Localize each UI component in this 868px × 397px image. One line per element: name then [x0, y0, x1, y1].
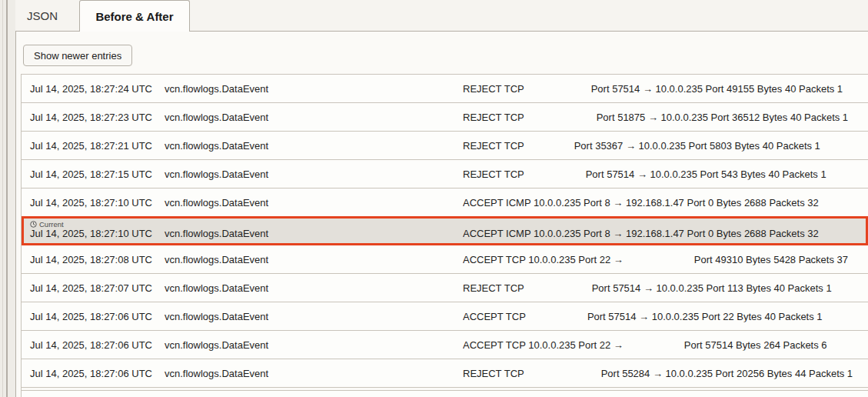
redacted-gap	[524, 118, 597, 118]
show-newer-entries-button[interactable]: Show newer entries	[23, 45, 132, 66]
table-row[interactable]: Current Jul 14, 2025, 18:27:21 UTC vcn.f…	[22, 132, 868, 160]
redacted-gap	[524, 289, 592, 289]
row-timestamp: Jul 14, 2025, 18:27:06 UTC	[30, 339, 152, 351]
row-event-type: vcn.flowlogs.DataEvent	[165, 140, 268, 152]
flow-text: REJECT TCP	[463, 282, 524, 294]
row-event-type: vcn.flowlogs.DataEvent	[165, 282, 268, 294]
table-row[interactable]: Current Jul 14, 2025, 18:27:10 UTC vcn.f…	[22, 188, 868, 217]
row-flow-details: ACCEPT TCPPort 57514 → 10.0.0.235 Port 2…	[463, 311, 868, 322]
row-timestamp: Jul 14, 2025, 18:27:06 UTC	[30, 368, 152, 379]
table-row[interactable]: Current Jul 14, 2025, 18:27:06 UTC vcn.f…	[22, 359, 868, 388]
row-flow-details: ACCEPT ICMP 10.0.0.235 Port 8 → 192.168.…	[463, 197, 868, 209]
flow-text: REJECT TCP	[463, 368, 524, 379]
row-timestamp: Jul 14, 2025, 18:27:06 UTC	[30, 311, 152, 322]
row-event-type: vcn.flowlogs.DataEvent	[165, 168, 268, 180]
redacted-gap	[524, 146, 574, 147]
row-flow-details: REJECT TCPPort 35367 → 10.0.0.235 Port 5…	[463, 140, 868, 152]
table-row[interactable]: Current Jul 14, 2025, 18:27:06 UTC vcn.f…	[22, 331, 868, 359]
flow-text: Port 35367 → 10.0.0.235 Port 5803 Bytes …	[574, 140, 820, 152]
row-event-type: vcn.flowlogs.DataEvent	[165, 83, 268, 95]
row-event-type: vcn.flowlogs.DataEvent	[165, 112, 268, 123]
redacted-gap	[624, 345, 684, 346]
redacted-gap	[524, 175, 586, 175]
flow-text: REJECT TCP	[463, 168, 524, 180]
clock-icon	[30, 221, 37, 228]
table-row[interactable]: Current Jul 14, 2025, 18:27:06 UTC vcn.f…	[22, 302, 868, 331]
tab-json[interactable]: JSON	[27, 9, 58, 22]
table-row-partial[interactable]	[22, 390, 868, 397]
row-event-type: vcn.flowlogs.DataEvent	[165, 197, 268, 209]
flow-text: Port 57514 Bytes 264 Packets 6	[684, 339, 827, 351]
flow-text: Port 57514 → 10.0.0.235 Port 49155 Bytes…	[591, 83, 843, 95]
flow-text: REJECT TCP	[463, 83, 524, 95]
table-row[interactable]: Current Jul 14, 2025, 18:27:07 UTC vcn.f…	[22, 274, 868, 302]
row-timestamp: Jul 14, 2025, 18:27:21 UTC	[30, 140, 152, 152]
flow-text: REJECT TCP	[463, 140, 524, 152]
flow-text: Port 49310 Bytes 5428 Packets 37	[694, 254, 848, 265]
row-flow-details: REJECT TCPPort 57514 → 10.0.0.235 Port 5…	[463, 168, 868, 180]
row-timestamp: Jul 14, 2025, 18:27:07 UTC	[30, 282, 152, 294]
flow-text: Port 55284 → 10.0.0.235 Port 20256 Bytes…	[601, 368, 853, 379]
table-row[interactable]: Current Jul 14, 2025, 18:27:10 UTC vcn.f…	[22, 216, 868, 245]
log-entries-table: Current Jul 14, 2025, 18:27:24 UTC vcn.f…	[21, 74, 868, 397]
flow-text: ACCEPT TCP 10.0.0.235 Port 22 →	[463, 339, 624, 351]
flow-text: ACCEPT ICMP 10.0.0.235 Port 8 → 192.168.…	[463, 197, 819, 209]
table-row[interactable]: Current Jul 14, 2025, 18:27:23 UTC vcn.f…	[22, 103, 868, 132]
flow-text: Port 51875 → 10.0.0.235 Port 36512 Bytes…	[597, 112, 848, 123]
table-row[interactable]: Current Jul 14, 2025, 18:27:24 UTC vcn.f…	[22, 75, 868, 103]
redacted-gap	[524, 89, 591, 90]
flow-text: Port 57514 → 10.0.0.235 Port 22 Bytes 40…	[587, 311, 823, 322]
row-flow-details: REJECT TCPPort 57514 → 10.0.0.235 Port 4…	[463, 83, 868, 95]
row-event-type: vcn.flowlogs.DataEvent	[165, 311, 268, 322]
row-flow-details: REJECT TCPPort 57514 → 10.0.0.235 Port 1…	[463, 282, 868, 294]
row-flow-details: ACCEPT TCP 10.0.0.235 Port 22 →Port 5751…	[463, 339, 868, 351]
flow-text: REJECT TCP	[463, 112, 524, 123]
flow-text: Port 57514 → 10.0.0.235 Port 113 Bytes 4…	[592, 282, 832, 294]
row-event-type: vcn.flowlogs.DataEvent	[165, 368, 268, 379]
flow-text: ACCEPT TCP 10.0.0.235 Port 22 →	[463, 254, 624, 265]
flow-text: ACCEPT TCP	[463, 311, 526, 322]
redacted-gap	[524, 374, 601, 375]
row-timestamp: Jul 14, 2025, 18:27:15 UTC	[30, 168, 152, 180]
flow-text: Port 57514 → 10.0.0.235 Port 543 Bytes 4…	[586, 168, 826, 180]
row-flow-details: ACCEPT TCP 10.0.0.235 Port 22 →Port 4931…	[463, 254, 868, 265]
row-event-type: vcn.flowlogs.DataEvent	[165, 228, 268, 239]
tab-panel: Show newer entries Current Jul 14, 2025,…	[16, 32, 868, 397]
row-flow-details: REJECT TCPPort 51875 → 10.0.0.235 Port 3…	[463, 112, 868, 123]
panel-divider-line	[6, 0, 8, 397]
row-flow-details: REJECT TCPPort 55284 → 10.0.0.235 Port 2…	[463, 368, 868, 379]
flow-text: ACCEPT ICMP 10.0.0.235 Port 8 → 192.168.…	[463, 228, 819, 239]
row-timestamp: Jul 14, 2025, 18:27:24 UTC	[30, 83, 152, 95]
left-edge-line	[2, 0, 3, 397]
row-event-type: vcn.flowlogs.DataEvent	[165, 339, 268, 351]
tab-before-after[interactable]: Before & After	[79, 0, 190, 32]
table-row[interactable]: Current Jul 14, 2025, 18:27:08 UTC vcn.f…	[22, 245, 868, 274]
row-flow-details: ACCEPT ICMP 10.0.0.235 Port 8 → 192.168.…	[463, 228, 866, 239]
row-timestamp: Jul 14, 2025, 18:27:08 UTC	[30, 254, 152, 265]
row-event-type: vcn.flowlogs.DataEvent	[165, 254, 268, 265]
tab-before-after-label: Before & After	[95, 10, 173, 23]
row-timestamp: Jul 14, 2025, 18:27:10 UTC	[30, 197, 152, 209]
redacted-gap	[624, 260, 694, 261]
redacted-gap	[526, 317, 587, 318]
row-timestamp: Jul 14, 2025, 18:27:23 UTC	[30, 112, 152, 123]
table-row[interactable]: Current Jul 14, 2025, 18:27:15 UTC vcn.f…	[22, 160, 868, 188]
row-timestamp: Jul 14, 2025, 18:27:10 UTC	[30, 228, 152, 239]
